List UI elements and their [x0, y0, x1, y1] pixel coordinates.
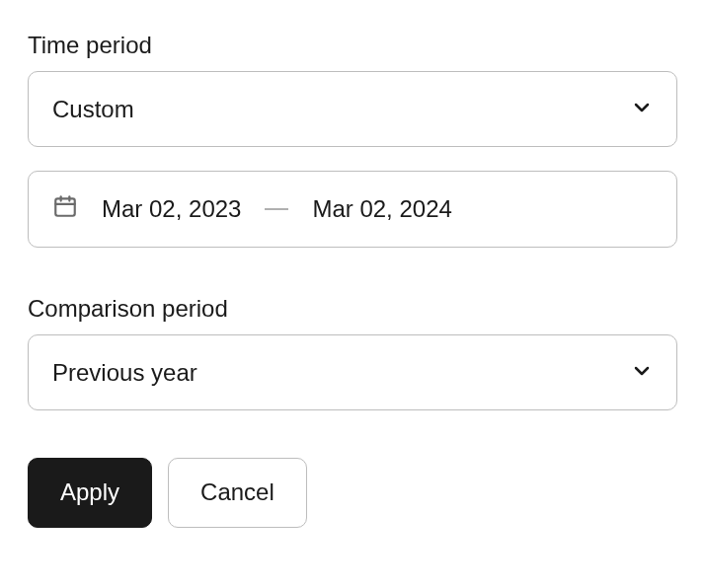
date-range-start: Mar 02, 2023: [102, 195, 241, 223]
svg-rect-0: [55, 199, 75, 216]
comparison-period-label: Comparison period: [28, 295, 677, 323]
date-range-separator: [265, 208, 288, 210]
comparison-period-select[interactable]: Previous year: [28, 334, 677, 410]
comparison-period-value: Previous year: [52, 357, 197, 388]
time-period-label: Time period: [28, 32, 677, 59]
date-range-end: Mar 02, 2024: [312, 195, 451, 223]
time-period-select[interactable]: Custom: [28, 71, 677, 147]
time-period-select-wrap: Custom: [28, 71, 677, 147]
time-period-value: Custom: [52, 94, 134, 124]
calendar-icon: [52, 193, 78, 225]
button-row: Apply Cancel: [28, 458, 677, 528]
time-period-group: Time period Custom Mar 02, 2023 Mar 02, …: [28, 32, 677, 248]
comparison-period-group: Comparison period Previous year: [28, 295, 677, 410]
apply-button[interactable]: Apply: [28, 458, 152, 528]
date-range-picker[interactable]: Mar 02, 2023 Mar 02, 2024: [28, 171, 677, 248]
cancel-button[interactable]: Cancel: [168, 458, 307, 528]
comparison-period-select-wrap: Previous year: [28, 334, 677, 410]
